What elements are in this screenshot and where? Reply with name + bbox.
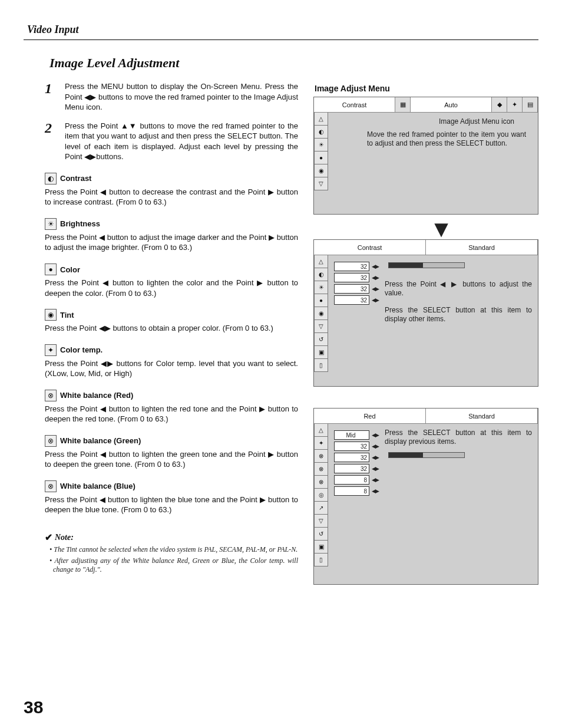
- wb-red-icon: ⊗: [314, 450, 328, 463]
- right-title: Image Adjust Menu: [315, 84, 538, 93]
- up-icon: △: [314, 113, 328, 126]
- osd-panel-3: Red Standard △ ✦ ⊗ ⊗ ⊗ ◎ ↗ ▽ ↺ ▣ ▯: [313, 408, 538, 585]
- adjust-item: ⊗White balance (Red)Press the Point ◀ bu…: [45, 390, 298, 424]
- step-number: 2: [45, 121, 57, 162]
- adjust-icon: ●: [45, 263, 57, 275]
- contrast-icon: ◐: [314, 126, 328, 139]
- value-box: 8: [334, 475, 369, 485]
- adjust-label: White balance (Blue): [60, 482, 135, 490]
- osd2-callout1: Press the Point ◀ ▶ buttons to adjust th…: [385, 280, 532, 298]
- note-item: The Tint cannot be selected when the vid…: [53, 545, 298, 554]
- note-block: ✔ Note: The Tint cannot be selected when…: [45, 532, 298, 574]
- osd3-callout: Press the SELECT button at this item to …: [385, 429, 532, 446]
- osd2-top-right: Standard: [426, 240, 538, 255]
- tint-icon: ◉: [314, 307, 328, 320]
- value-row: 8◀▶: [334, 486, 379, 496]
- quit-icon: ▯: [314, 359, 328, 372]
- adjust-item: ●ColorPress the Point ◀ button to lighte…: [45, 263, 298, 298]
- value-row: 32◀▶: [334, 284, 379, 294]
- value-row: 32◀▶: [334, 262, 379, 271]
- step: 2Press the Point ▲▼ buttons to move the …: [45, 121, 298, 162]
- reset-icon: ↺: [314, 333, 328, 346]
- store-icon: ▣: [314, 541, 328, 554]
- step-number: 1: [45, 81, 57, 113]
- adjust-desc: Press the Point ◀ button to adjust the i…: [45, 232, 298, 253]
- color-icon: ●: [314, 151, 328, 164]
- brightness-icon: ☀: [314, 139, 328, 151]
- down-icon: ▽: [314, 515, 328, 528]
- osd1-icon-label: Image Adjust Menu icon: [334, 117, 514, 126]
- osd-top-icon: ▦: [395, 97, 411, 112]
- lr-arrows-icon: ◀▶: [372, 466, 379, 472]
- sharpness-icon: ◎: [314, 489, 328, 502]
- lr-arrows-icon: ◀▶: [372, 297, 379, 303]
- value-box: 32: [334, 262, 369, 271]
- value-box: 32: [334, 442, 369, 451]
- value-box: 32: [334, 464, 369, 473]
- down-icon: ▽: [314, 320, 328, 333]
- down-arrow-icon: ▼: [344, 223, 538, 235]
- value-row: 32◀▶: [334, 273, 379, 282]
- osd1-top-left: Contrast: [314, 97, 395, 112]
- adjust-label: Contrast: [60, 174, 91, 183]
- lr-arrows-icon: ◀▶: [372, 286, 379, 292]
- step-text: Press the MENU button to display the On-…: [65, 81, 298, 113]
- step: 1Press the MENU button to display the On…: [45, 81, 298, 113]
- osd-top-icon: ▤: [523, 97, 538, 112]
- lr-arrows-icon: ◀▶: [372, 454, 379, 460]
- adjust-item: ⊗White balance (Green)Press the Point ◀ …: [45, 435, 298, 470]
- lr-arrows-icon: ◀▶: [372, 443, 379, 449]
- value-row: 32◀▶: [334, 442, 379, 451]
- adjust-label: Color: [60, 265, 80, 274]
- osd1-top-right: Auto: [411, 97, 492, 112]
- right-column: Image Adjust Menu Contrast ▦ Auto ◆ ✦ ▤ …: [313, 81, 538, 606]
- colortemp-icon: ✦: [314, 437, 328, 450]
- osd3-top-right: Standard: [426, 409, 538, 423]
- lr-arrows-icon: ◀▶: [372, 263, 379, 269]
- wb-green-icon: ⊗: [314, 463, 328, 476]
- value-row: Mid◀▶: [334, 430, 379, 440]
- adjust-icon: ⊗: [45, 390, 57, 401]
- step-text: Press the Point ▲▼ buttons to move the r…: [65, 121, 298, 162]
- adjust-item: ◐ContrastPress the Point ◀ button to dec…: [45, 173, 298, 207]
- adjust-desc: Press the Point ◀ button to lighten the …: [45, 404, 298, 424]
- adjust-label: Color temp.: [60, 345, 103, 354]
- tint-icon: ◉: [314, 164, 328, 177]
- note-item: After adjusting any of the White balance…: [53, 556, 298, 574]
- note-heading: Note:: [55, 533, 74, 542]
- value-row: 8◀▶: [334, 475, 379, 485]
- up-icon: △: [314, 255, 328, 268]
- value-box: 8: [334, 486, 369, 496]
- adjust-label: White balance (Red): [60, 391, 133, 400]
- quit-icon: ▯: [314, 554, 328, 566]
- adjust-label: Tint: [60, 311, 74, 319]
- lr-arrows-icon: ◀▶: [372, 488, 379, 494]
- value-row: 32◀▶: [334, 464, 379, 473]
- adjust-desc: Press the Point ◀ button to lighten the …: [45, 278, 298, 298]
- value-box: Mid: [334, 430, 369, 440]
- osd-top-icon: ◆: [492, 97, 507, 112]
- adjust-item: ⊗White balance (Blue)Press the Point ◀ b…: [45, 480, 298, 515]
- value-box: 32: [334, 284, 369, 294]
- adjust-icon: ⊗: [45, 435, 57, 447]
- adjust-desc: Press the Point ◀▶ buttons to obtain a p…: [45, 323, 298, 334]
- adjust-icon: ◐: [45, 173, 57, 185]
- contrast-icon: ◐: [314, 268, 328, 281]
- osd-top-icon: ✦: [507, 97, 523, 112]
- adjust-item: ✦Color temp.Press the Point ◀▶ buttons f…: [45, 344, 298, 379]
- adjust-desc: Press the Point ◀ button to lighten the …: [45, 495, 298, 515]
- adjust-item: ☀BrightnessPress the Point ◀ button to a…: [45, 218, 298, 253]
- adjust-desc: Press the Point ◀ button to lighten the …: [45, 449, 298, 470]
- left-column: 1Press the MENU button to display the On…: [45, 81, 298, 606]
- adjust-item: ◉TintPress the Point ◀▶ buttons to obtai…: [45, 309, 298, 334]
- adjust-desc: Press the Point ◀ button to decrease the…: [45, 187, 298, 207]
- slider-bar: [388, 262, 465, 268]
- lr-arrows-icon: ◀▶: [372, 275, 379, 281]
- osd-panel-1: Contrast ▦ Auto ◆ ✦ ▤ △ ◐ ☀ ● ◉ ▽ Image …: [313, 97, 538, 215]
- section-header: Video Input: [24, 24, 538, 40]
- gamma-icon: ↗: [314, 502, 328, 515]
- lr-arrows-icon: ◀▶: [372, 477, 379, 483]
- adjust-desc: Press the Point ◀▶ buttons for Color tem…: [45, 358, 298, 379]
- slider-bar: [388, 452, 465, 458]
- up-icon: △: [314, 424, 328, 437]
